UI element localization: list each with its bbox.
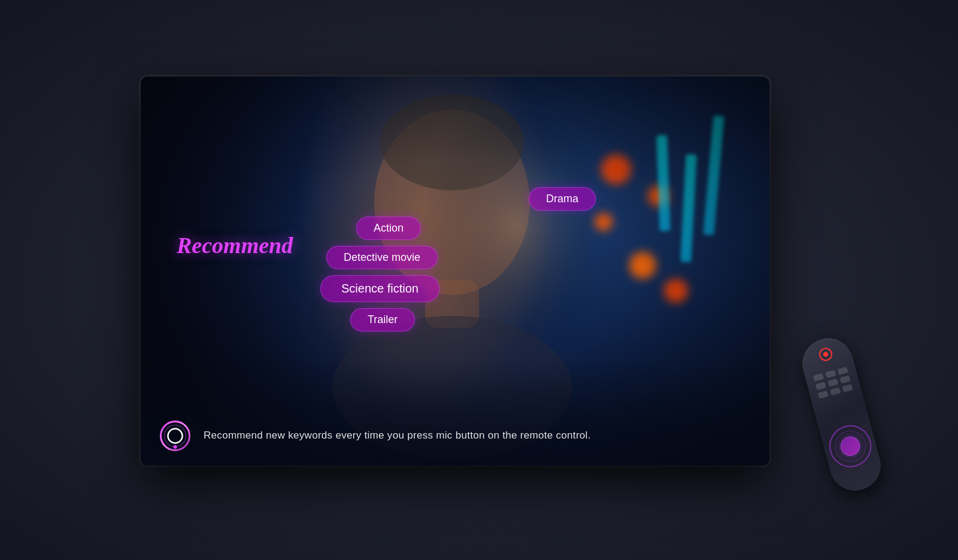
svg-point-8 [168,428,183,443]
chip-trailer[interactable]: Trailer [350,308,415,331]
tv-screen: Recommend Drama Action Detective movie S… [141,77,769,465]
remote-buttons-area [811,366,856,402]
page-wrapper: Recommend Drama Action Detective movie S… [0,0,958,560]
chip-row-scifi: Science fiction [320,275,620,302]
remote-btn-1[interactable] [813,373,824,382]
voice-mic-icon [159,419,192,452]
remote-btn-8[interactable] [830,387,841,395]
remote-btn-4[interactable] [815,382,826,390]
remote-btn-2[interactable] [825,370,836,378]
chip-row-action: Action [320,217,620,240]
svg-point-7 [174,445,177,449]
dpad-outer-ring [824,421,876,472]
remote-btn-7[interactable] [818,391,829,399]
remote-btn-5[interactable] [827,379,838,387]
bottom-instruction-text: Recommend new keywords every time you pr… [204,430,591,442]
chip-row-detective: Detective movie [320,246,620,269]
remote-dpad[interactable] [824,421,876,472]
chip-row-drama: Drama [320,187,620,211]
chip-drama[interactable]: Drama [529,187,596,211]
remote-btn-3[interactable] [838,367,848,375]
remote-btn-6[interactable] [840,375,851,384]
tv-frame: Recommend Drama Action Detective movie S… [141,77,769,465]
remote-control [785,322,933,534]
chip-row-trailer: Trailer [320,308,620,331]
chip-detective-movie[interactable]: Detective movie [326,246,438,269]
ui-layer: Recommend Drama Action Detective movie S… [141,77,769,465]
genre-chips-container: Drama Action Detective movie Science fic… [320,187,620,337]
chip-science-fiction[interactable]: Science fiction [320,275,439,302]
bottom-bar: Recommend new keywords every time you pr… [141,406,769,465]
remote-btn-9[interactable] [842,384,853,392]
remote-power-button[interactable] [817,346,833,363]
dpad-center-button[interactable] [838,434,862,458]
remote-body [797,333,886,496]
recommend-title: Recommend [177,232,293,258]
chip-action[interactable]: Action [356,217,421,240]
